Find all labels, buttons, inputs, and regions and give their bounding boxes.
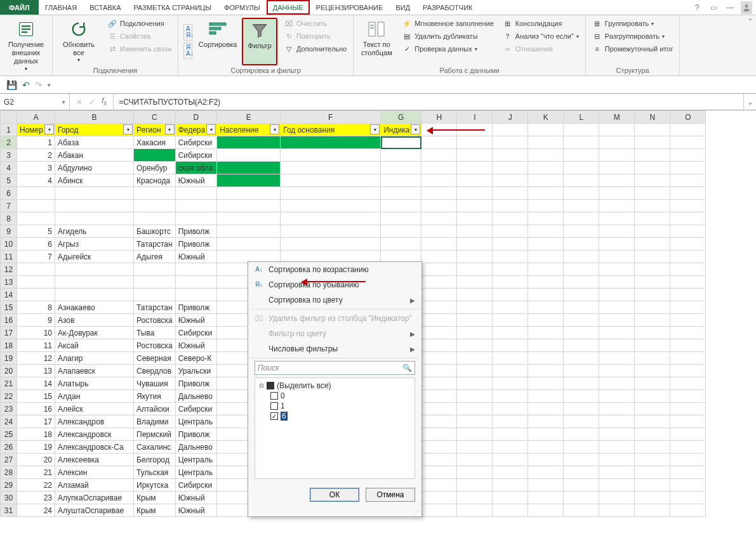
cell[interactable] bbox=[134, 187, 176, 200]
subtotal-button[interactable]: ≡Промежуточный итог bbox=[590, 43, 676, 55]
cell[interactable] bbox=[381, 225, 421, 238]
cell[interactable]: 21 bbox=[17, 466, 55, 479]
cell[interactable] bbox=[670, 251, 706, 263]
cell[interactable] bbox=[635, 466, 670, 479]
cell[interactable] bbox=[564, 200, 599, 212]
cell[interactable] bbox=[493, 428, 528, 441]
cell[interactable]: Иркутска bbox=[134, 479, 176, 492]
cell[interactable] bbox=[421, 504, 457, 517]
cell[interactable]: 20 bbox=[17, 454, 55, 466]
cell[interactable] bbox=[457, 174, 493, 187]
cell[interactable] bbox=[493, 289, 528, 301]
cell[interactable] bbox=[670, 162, 706, 174]
cell[interactable] bbox=[457, 403, 493, 415]
row-header[interactable]: 10 bbox=[1, 238, 17, 251]
cell[interactable] bbox=[528, 289, 564, 301]
cell[interactable]: Южный bbox=[175, 492, 217, 504]
cell[interactable] bbox=[599, 276, 635, 289]
cell[interactable] bbox=[421, 251, 457, 263]
cell[interactable] bbox=[528, 225, 564, 238]
refresh-all-button[interactable]: Обновить все ▾ bbox=[56, 18, 101, 65]
sort-desc-icon[interactable]: ЯА↓ bbox=[183, 42, 192, 59]
cell[interactable] bbox=[670, 479, 706, 492]
cell[interactable] bbox=[564, 225, 599, 238]
data-validation-button[interactable]: ✓Проверка данных ▾ bbox=[399, 43, 496, 55]
consolidate-button[interactable]: ⊞Консолидация bbox=[500, 18, 581, 29]
cell[interactable]: 24 bbox=[17, 504, 55, 517]
cell[interactable] bbox=[217, 225, 281, 238]
cell[interactable] bbox=[635, 428, 670, 441]
cell[interactable] bbox=[381, 149, 421, 162]
cell[interactable]: Южный bbox=[175, 339, 217, 352]
cell[interactable] bbox=[421, 289, 457, 301]
row-header[interactable]: 8 bbox=[1, 212, 17, 225]
cell[interactable] bbox=[493, 263, 528, 276]
text-to-columns-button[interactable]: Текст по столбцам bbox=[357, 18, 395, 65]
cell[interactable] bbox=[599, 212, 635, 225]
cell[interactable] bbox=[670, 327, 706, 339]
ribbon-collapse-icon[interactable]: ▭ bbox=[708, 3, 719, 12]
column-header[interactable]: B bbox=[55, 111, 134, 124]
cell[interactable] bbox=[457, 479, 493, 492]
cell[interactable] bbox=[17, 263, 55, 276]
cell[interactable] bbox=[421, 238, 457, 251]
cell[interactable] bbox=[564, 289, 599, 301]
what-if-button[interactable]: ？Анализ "что если" ▾ bbox=[500, 30, 581, 42]
cell[interactable] bbox=[599, 441, 635, 454]
cell[interactable] bbox=[670, 289, 706, 301]
cell[interactable] bbox=[635, 415, 670, 428]
cell[interactable] bbox=[528, 352, 564, 365]
cell[interactable] bbox=[457, 276, 493, 289]
cell[interactable] bbox=[457, 441, 493, 454]
cancel-button[interactable]: Отмена bbox=[366, 488, 415, 502]
cell[interactable] bbox=[134, 149, 176, 162]
cell[interactable] bbox=[528, 365, 564, 377]
cell[interactable]: Сибирски bbox=[175, 327, 217, 339]
cell[interactable] bbox=[381, 136, 421, 149]
cell[interactable] bbox=[564, 314, 599, 327]
row-header[interactable]: 9 bbox=[1, 225, 17, 238]
cell[interactable] bbox=[421, 136, 457, 149]
cell[interactable] bbox=[528, 479, 564, 492]
cell[interactable]: 16 bbox=[17, 403, 55, 415]
filter-button[interactable]: Фильтр bbox=[242, 18, 277, 65]
cell[interactable] bbox=[457, 504, 493, 517]
filter-header-cell[interactable]: Индика▾ bbox=[381, 124, 421, 136]
cell[interactable] bbox=[635, 377, 670, 390]
cell[interactable] bbox=[421, 200, 457, 212]
cell[interactable] bbox=[599, 314, 635, 327]
cell[interactable] bbox=[381, 187, 421, 200]
cell[interactable] bbox=[635, 301, 670, 314]
cell[interactable] bbox=[134, 212, 176, 225]
cell[interactable]: АлупкаОспаривае bbox=[55, 492, 134, 504]
cell[interactable]: Приволж bbox=[175, 377, 217, 390]
filter-dropdown-icon[interactable]: ▾ bbox=[370, 124, 380, 134]
cell[interactable] bbox=[599, 466, 635, 479]
fx-icon[interactable]: fx bbox=[102, 96, 107, 107]
cell[interactable]: Приволж bbox=[175, 301, 217, 314]
cell[interactable] bbox=[17, 289, 55, 301]
cell[interactable] bbox=[457, 339, 493, 352]
cell[interactable]: Агидель bbox=[55, 225, 134, 238]
cell[interactable] bbox=[599, 200, 635, 212]
cell[interactable] bbox=[635, 225, 670, 238]
cell[interactable] bbox=[493, 238, 528, 251]
cell[interactable]: Агрыз bbox=[55, 238, 134, 251]
row-header[interactable]: 30 bbox=[1, 492, 17, 504]
cell[interactable]: Александров bbox=[55, 415, 134, 428]
column-header[interactable]: G bbox=[381, 111, 421, 124]
cell[interactable]: 3 bbox=[17, 162, 55, 174]
cell[interactable] bbox=[175, 289, 217, 301]
column-header[interactable]: J bbox=[493, 111, 528, 124]
cell[interactable] bbox=[528, 174, 564, 187]
cell[interactable] bbox=[421, 327, 457, 339]
number-filters-item[interactable]: Числовые фильтры▶ bbox=[248, 341, 421, 356]
cell[interactable] bbox=[599, 403, 635, 415]
flash-fill-button[interactable]: ⚡Мгновенное заполнение bbox=[399, 18, 496, 29]
cell[interactable]: Южный bbox=[175, 174, 217, 187]
value-6-checkbox[interactable] bbox=[270, 412, 278, 420]
cell[interactable] bbox=[670, 403, 706, 415]
cell[interactable] bbox=[217, 187, 281, 200]
cell[interactable] bbox=[635, 339, 670, 352]
ribbon-collapse-chevron-icon[interactable]: ˄ bbox=[748, 18, 752, 27]
